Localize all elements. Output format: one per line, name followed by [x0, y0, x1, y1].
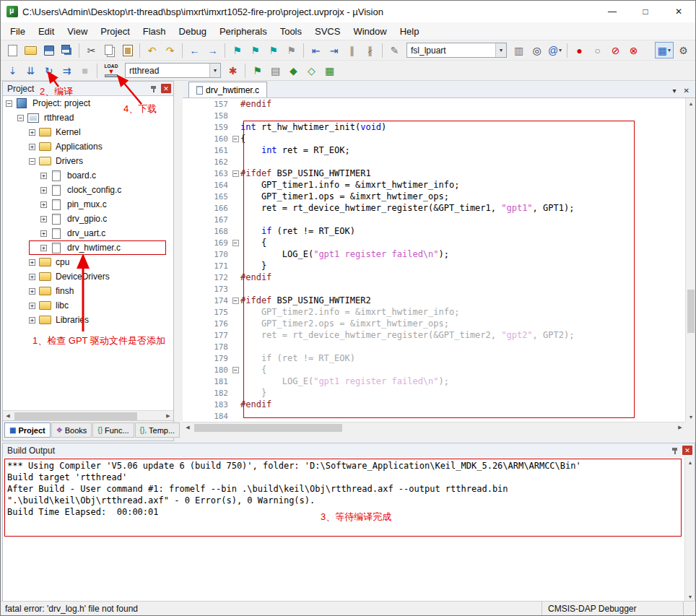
- find-icon[interactable]: ◎: [528, 42, 545, 58]
- expand-icon[interactable]: +: [40, 173, 47, 179]
- bookmark-next-icon[interactable]: ⚑: [265, 42, 282, 58]
- bookmark-prev-icon[interactable]: ⚑: [247, 42, 264, 58]
- chevron-down-icon[interactable]: ▾: [495, 43, 506, 57]
- menu-view[interactable]: View: [61, 24, 94, 39]
- menu-file[interactable]: File: [4, 24, 32, 39]
- fold-collapse-icon[interactable]: −: [232, 298, 239, 304]
- tree-item-label[interactable]: rtthread: [42, 112, 76, 123]
- run-time-environment-icon[interactable]: ◆: [285, 62, 302, 79]
- scroll-down-icon[interactable]: ▼: [685, 591, 695, 602]
- menu-tools[interactable]: Tools: [274, 24, 308, 39]
- pack-installer-icon[interactable]: ▦: [321, 62, 338, 79]
- tree-item-label[interactable]: Libraries: [53, 314, 91, 326]
- expand-icon[interactable]: +: [40, 245, 47, 251]
- stop-build-icon[interactable]: ■: [77, 62, 93, 79]
- expand-icon[interactable]: +: [29, 259, 35, 266]
- dock-tab-temp-[interactable]: {},Temp...: [135, 422, 180, 438]
- close-icon[interactable]: ✕: [682, 446, 692, 455]
- translate-file-icon[interactable]: ⇣: [4, 62, 21, 79]
- tree-item-pin-mux-c[interactable]: +pin_mux.c: [3, 197, 173, 212]
- chevron-down-icon[interactable]: ▾: [668, 47, 671, 53]
- tree-item-libraries[interactable]: +Libraries: [3, 313, 173, 327]
- scroll-right-icon[interactable]: ▶: [675, 422, 685, 433]
- select-packs-icon[interactable]: ◇: [303, 62, 320, 79]
- menu-help[interactable]: Help: [393, 24, 426, 39]
- menu-debug[interactable]: Debug: [173, 24, 213, 39]
- manage-books-icon[interactable]: ▤: [267, 62, 284, 79]
- tree-item-drv-uart-c[interactable]: +drv_uart.c: [3, 226, 173, 240]
- scroll-left-icon[interactable]: ◀: [183, 422, 193, 433]
- close-icon[interactable]: ✕: [684, 87, 690, 95]
- tree-item-label[interactable]: Applications: [53, 141, 105, 152]
- redo-icon[interactable]: ↷: [162, 42, 178, 58]
- scrollbar-thumb[interactable]: [194, 424, 342, 432]
- tree-item-label[interactable]: clock_config.c: [65, 184, 123, 196]
- menu-svcs[interactable]: SVCS: [308, 24, 347, 39]
- tree-item-board-c[interactable]: +board.c: [3, 168, 173, 183]
- tree-item-label[interactable]: Project: project: [30, 97, 92, 109]
- uncomment-icon[interactable]: ∦: [362, 42, 378, 58]
- breakpoint-disable-all-icon[interactable]: ⊘: [607, 42, 624, 58]
- scroll-left-icon[interactable]: ◀: [3, 411, 13, 421]
- dock-tab-project[interactable]: ▦Project: [4, 422, 51, 438]
- menu-project[interactable]: Project: [94, 24, 136, 39]
- expand-icon[interactable]: +: [29, 144, 35, 150]
- tree-item-label[interactable]: drv_gpio.c: [65, 213, 109, 225]
- incremental-find-icon[interactable]: @▾: [547, 42, 563, 58]
- find-in-files-icon[interactable]: ▥: [510, 42, 527, 58]
- scrollbar-thumb[interactable]: [14, 412, 137, 420]
- navigate-forward-icon[interactable]: →: [204, 42, 221, 58]
- save-icon[interactable]: [40, 42, 57, 58]
- build-output-content[interactable]: *** Using Compiler 'V5.06 update 6 (buil…: [3, 457, 684, 602]
- build-icon[interactable]: ⇊: [22, 62, 39, 79]
- expand-icon[interactable]: +: [29, 288, 35, 295]
- batch-build-icon[interactable]: ⇉: [58, 62, 75, 79]
- bookmark-clear-icon[interactable]: ⚑: [283, 42, 300, 58]
- configure-wrench-icon[interactable]: ⚙: [675, 42, 692, 58]
- copy-icon[interactable]: [101, 42, 118, 58]
- target-options-icon[interactable]: ✱: [225, 62, 241, 79]
- expand-icon[interactable]: +: [40, 230, 47, 237]
- fold-collapse-icon[interactable]: −: [232, 367, 239, 373]
- close-icon[interactable]: ✕: [161, 84, 171, 93]
- indent-icon[interactable]: ⇥: [326, 42, 342, 58]
- fold-collapse-icon[interactable]: −: [232, 240, 239, 246]
- pin-icon[interactable]: [149, 84, 158, 93]
- breakpoint-disable-icon[interactable]: ○: [589, 42, 606, 58]
- expand-icon[interactable]: +: [29, 274, 35, 280]
- tree-item-label[interactable]: drv_hwtimer.c: [65, 242, 123, 253]
- fold-collapse-icon[interactable]: −: [232, 136, 239, 142]
- breakpoint-kill-all-icon[interactable]: ⊗: [625, 42, 642, 58]
- tree-item-finsh[interactable]: +finsh: [3, 284, 173, 298]
- collapse-icon[interactable]: −: [17, 115, 24, 121]
- paste-icon[interactable]: [119, 42, 136, 58]
- cut-icon[interactable]: ✂: [83, 42, 100, 58]
- tree-item-clock-config-c[interactable]: +clock_config.c: [3, 183, 173, 197]
- status-debugger[interactable]: CMSIS-DAP Debugger: [541, 602, 683, 615]
- maximize-button[interactable]: □: [629, 1, 662, 22]
- chevron-down-icon[interactable]: ▾: [559, 47, 562, 53]
- window-layout-icon[interactable]: ▦▾: [655, 42, 674, 58]
- expand-icon[interactable]: +: [40, 201, 47, 208]
- expand-icon[interactable]: +: [29, 129, 35, 136]
- expand-icon[interactable]: +: [40, 187, 47, 194]
- menu-flash[interactable]: Flash: [136, 24, 173, 39]
- tree-item-drivers[interactable]: −Drivers: [3, 154, 173, 168]
- manage-components-icon[interactable]: ⚑: [249, 62, 266, 79]
- scroll-right-icon[interactable]: ▶: [163, 411, 173, 421]
- fold-collapse-icon[interactable]: −: [232, 170, 239, 177]
- code-area[interactable]: 157#endif158159int rt_hw_hwtimer_init(vo…: [183, 98, 685, 422]
- collapse-icon[interactable]: −: [29, 158, 35, 165]
- search-combobox[interactable]: fsl_lpuart▾: [406, 43, 507, 58]
- bookmark-toggle-icon[interactable]: ⚑: [229, 42, 245, 58]
- breakpoint-toggle-icon[interactable]: ●: [571, 42, 588, 58]
- scroll-down-icon[interactable]: ▼: [686, 412, 696, 422]
- build-output-vscrollbar[interactable]: ▲ ▼: [684, 457, 695, 602]
- comment-icon[interactable]: ∥: [344, 42, 360, 58]
- menu-window[interactable]: Window: [347, 24, 393, 39]
- tree-item-devicedrivers[interactable]: +DeviceDrivers: [3, 269, 173, 284]
- tree-item-label[interactable]: Drivers: [53, 155, 85, 167]
- rebuild-all-icon[interactable]: ↻: [40, 62, 57, 79]
- tree-item-label[interactable]: finsh: [53, 285, 76, 297]
- collapse-icon[interactable]: −: [6, 100, 12, 107]
